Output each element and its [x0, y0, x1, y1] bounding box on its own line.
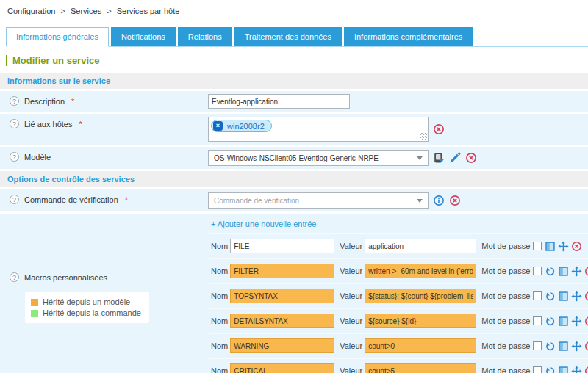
macro-value-input[interactable]	[365, 289, 476, 303]
legend-label-command: Hérité depuis la commande	[43, 308, 141, 319]
inherit-display-icon[interactable]	[558, 266, 569, 277]
delete-icon[interactable]	[584, 291, 588, 302]
macro-row: Nom Valeur Mot de passe	[209, 334, 588, 359]
help-icon[interactable]: ?	[10, 152, 19, 162]
macro-nom-label: Nom	[211, 366, 228, 373]
view-template-icon[interactable]	[433, 152, 445, 164]
macro-password-label: Mot de passe	[481, 366, 530, 373]
required-asterisk: *	[71, 97, 74, 106]
move-icon[interactable]	[558, 241, 569, 252]
tab-informations-generales[interactable]: Informations générales	[6, 27, 109, 47]
help-icon[interactable]: ?	[10, 119, 19, 128]
macro-valeur-label: Valeur	[340, 316, 362, 325]
hosts-multiselect[interactable]: × win2008r2	[208, 117, 429, 142]
delete-icon[interactable]	[584, 316, 588, 327]
delete-icon[interactable]	[584, 266, 588, 277]
macro-name-input[interactable]	[230, 264, 334, 278]
macro-row: Nom Valeur Mot de passe	[209, 234, 588, 259]
breadcrumb-item-services-par-hote[interactable]: Services par hôte	[117, 7, 180, 15]
delete-icon[interactable]	[465, 152, 477, 164]
move-icon[interactable]	[571, 291, 582, 302]
password-checkbox[interactable]	[533, 242, 542, 250]
password-checkbox[interactable]	[533, 366, 542, 373]
password-checkbox[interactable]	[533, 341, 542, 350]
add-entry-link[interactable]: + Ajouter une nouvelle entrée	[209, 217, 316, 233]
linked-hosts-label: Lié aux hôtes	[24, 120, 72, 128]
help-icon[interactable]: ?	[10, 96, 19, 106]
macro-value-input[interactable]	[365, 264, 476, 278]
required-asterisk: *	[125, 195, 128, 204]
undo-icon[interactable]	[545, 266, 556, 277]
undo-icon[interactable]	[545, 316, 556, 327]
chevron-down-icon	[417, 156, 423, 160]
host-chip: × win2008r2	[211, 120, 272, 132]
move-icon[interactable]	[571, 366, 582, 373]
info-icon[interactable]	[433, 195, 445, 206]
tab-notifications[interactable]: Notifications	[111, 27, 176, 46]
delete-icon[interactable]	[584, 366, 588, 373]
macro-name-input[interactable]	[230, 363, 334, 373]
page-title: Modifier un service	[6, 55, 588, 66]
help-icon[interactable]: ?	[10, 195, 19, 204]
macro-value-input[interactable]	[365, 363, 476, 373]
macro-name-input[interactable]	[230, 314, 334, 328]
macro-valeur-label: Valeur	[340, 341, 362, 350]
move-icon[interactable]	[571, 316, 582, 327]
move-icon[interactable]	[571, 266, 582, 277]
password-checkbox[interactable]	[533, 316, 542, 325]
template-selected-value: OS-Windows-NSClient05-Eventlog-Generic-N…	[214, 154, 379, 162]
breadcrumb-separator: >	[107, 7, 111, 15]
macro-value-input[interactable]	[365, 314, 476, 328]
chip-remove-button[interactable]: ×	[213, 121, 223, 131]
inherit-display-icon[interactable]	[558, 366, 569, 373]
macro-name-input[interactable]	[230, 239, 334, 253]
delete-icon[interactable]	[449, 195, 461, 206]
macro-password-label: Mot de passe	[481, 291, 530, 300]
breadcrumb-item-services[interactable]: Services	[71, 7, 101, 15]
template-select[interactable]: OS-Windows-NSClient05-Eventlog-Generic-N…	[208, 150, 429, 166]
inherit-display-icon[interactable]	[558, 316, 569, 327]
macro-valeur-label: Valeur	[340, 267, 362, 275]
password-checkbox[interactable]	[533, 291, 542, 300]
macros-legend: Hérité depuis un modèle Hérité depuis la…	[25, 292, 149, 323]
template-label: Modèle	[24, 153, 51, 162]
tab-relations[interactable]: Relations	[178, 27, 232, 46]
delete-icon[interactable]	[433, 123, 445, 135]
undo-icon[interactable]	[545, 291, 556, 302]
delete-icon[interactable]	[584, 341, 588, 352]
chevron-down-icon	[417, 199, 423, 203]
edit-icon[interactable]	[449, 152, 461, 164]
legend-label-template: Hérité depuis un modèle	[43, 297, 130, 308]
description-input[interactable]	[208, 94, 350, 109]
macro-value-input[interactable]	[365, 338, 476, 353]
undo-icon[interactable]	[545, 366, 556, 373]
macro-nom-label: Nom	[211, 267, 228, 275]
tab-informations-complementaires[interactable]: Informations complémentaires	[344, 27, 473, 46]
tab-traitement-des-donnees[interactable]: Traitement des données	[234, 27, 342, 46]
linked-hosts-row: ? Lié aux hôtes * × win2008r2	[0, 114, 588, 145]
macro-password-label: Mot de passe	[481, 267, 530, 275]
macros-label: Macros personnalisées	[24, 273, 107, 282]
section-informations-service: Informations sur le service	[0, 73, 588, 89]
undo-icon[interactable]	[545, 341, 556, 352]
macro-nom-label: Nom	[211, 291, 228, 300]
macro-password-label: Mot de passe	[481, 341, 530, 350]
inherit-display-icon[interactable]	[558, 341, 569, 352]
macro-name-input[interactable]	[230, 289, 334, 303]
macro-name-input[interactable]	[230, 338, 334, 353]
macro-valeur-label: Valeur	[340, 242, 362, 250]
move-icon[interactable]	[571, 341, 582, 352]
inherit-display-icon[interactable]	[545, 241, 556, 252]
macro-value-input[interactable]	[365, 239, 476, 253]
breadcrumb-item-configuration[interactable]: Configuration	[7, 7, 55, 15]
macros-section: ? Macros personnalisées Hérité depuis un…	[0, 214, 588, 373]
macro-row: Nom Valeur Mot de passe	[209, 259, 588, 284]
resize-handle[interactable]	[420, 133, 427, 140]
help-icon[interactable]: ?	[10, 272, 19, 282]
inherit-display-icon[interactable]	[558, 291, 569, 302]
check-command-select[interactable]: Commande de vérification	[208, 192, 429, 209]
password-checkbox[interactable]	[533, 267, 542, 275]
delete-icon[interactable]	[571, 241, 582, 252]
breadcrumb-separator: >	[61, 7, 65, 15]
macro-row: Nom Valeur Mot de passe	[209, 284, 588, 309]
